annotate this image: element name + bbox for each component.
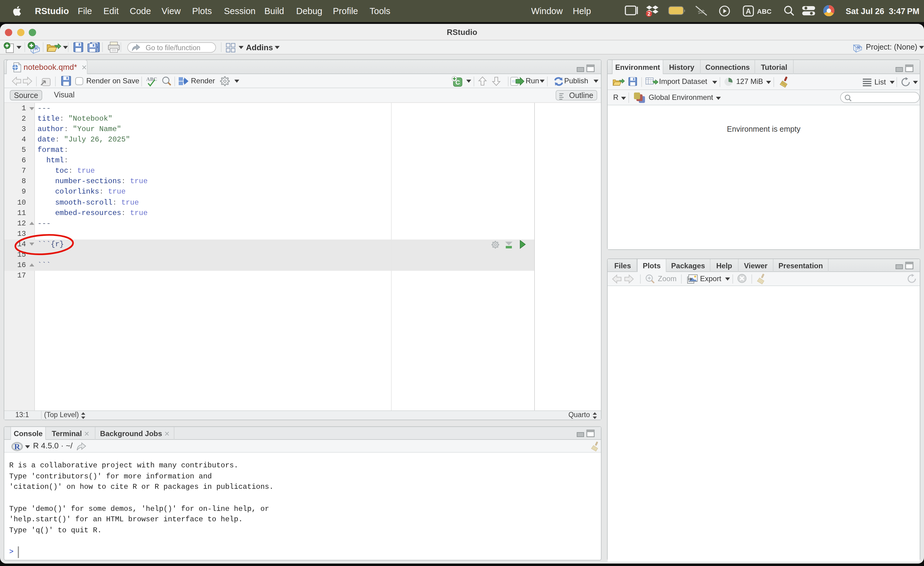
svg-text:R: R — [857, 45, 861, 51]
svg-text:ABC: ABC — [757, 8, 772, 15]
svg-text:R: R — [14, 442, 20, 451]
svg-text:ABC: ABC — [146, 76, 157, 82]
svg-text:2: 2 — [647, 11, 650, 17]
svg-text:A: A — [746, 7, 751, 15]
